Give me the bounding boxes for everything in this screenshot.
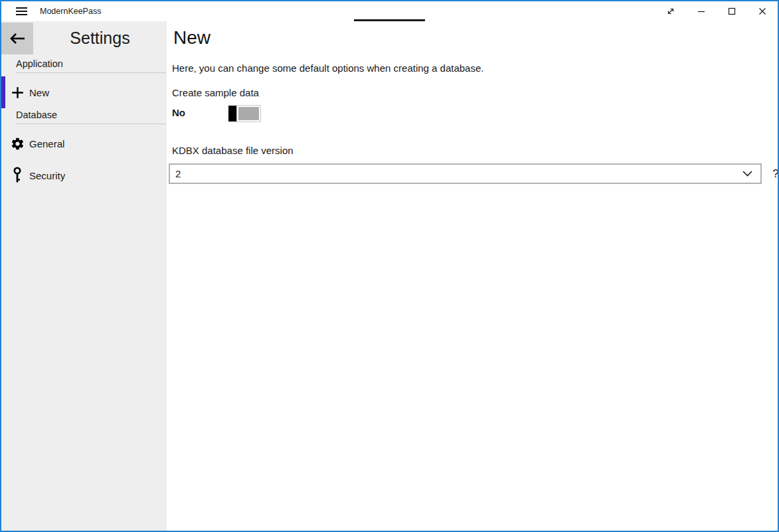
create-sample-data-label: Create sample data (172, 87, 259, 98)
selected-indicator (1, 76, 5, 108)
key-icon (9, 167, 25, 183)
kdbx-version-select[interactable]: 2 (169, 163, 762, 184)
gear-icon (9, 135, 25, 151)
back-button[interactable] (1, 23, 33, 54)
sidebar-item-label: New (29, 87, 49, 98)
sidebar-item-new[interactable]: New (1, 76, 167, 108)
sidebar-heading: Settings (33, 29, 167, 48)
create-sample-data-toggle[interactable] (228, 106, 260, 122)
sidebar-item-security[interactable]: Security (1, 159, 167, 191)
toggle-track (237, 106, 260, 122)
toggle-state-label: No (172, 107, 185, 118)
maximize-icon (728, 7, 736, 15)
app-title: ModernKeePass (40, 1, 101, 21)
titlebar: ModernKeePass (1, 1, 778, 21)
minimize-button[interactable] (686, 1, 717, 21)
page-description: Here, you can change some default option… (172, 62, 483, 74)
fullscreen-icon (666, 7, 675, 16)
section-header-application: Application (16, 58, 166, 73)
kdbx-version-value: 2 (170, 168, 742, 179)
maximize-button[interactable] (717, 1, 747, 21)
sidebar-item-general[interactable]: General (1, 128, 167, 159)
plus-icon (9, 84, 25, 100)
app-window: ModernKeePass (0, 0, 779, 532)
chevron-down-icon (742, 171, 760, 177)
section-header-database: Database (16, 110, 166, 124)
hamburger-icon (16, 7, 27, 15)
sidebar-item-label: Security (29, 170, 65, 181)
minimize-icon (697, 7, 705, 15)
kdbx-version-label: KDBX database file version (172, 145, 294, 156)
settings-sidebar: Settings Application New Database Genera… (1, 21, 167, 531)
toggle-knob (228, 106, 237, 122)
fullscreen-button[interactable] (655, 1, 686, 21)
sidebar-item-label: General (29, 138, 64, 149)
close-button[interactable] (747, 1, 778, 21)
close-icon (758, 7, 766, 15)
back-arrow-icon (9, 32, 26, 45)
window-controls (655, 1, 778, 21)
page-title: New (173, 27, 211, 48)
main-content: New Here, you can change some default op… (167, 21, 778, 531)
hamburger-menu-button[interactable] (10, 1, 33, 21)
help-button[interactable]: ? (768, 163, 779, 184)
